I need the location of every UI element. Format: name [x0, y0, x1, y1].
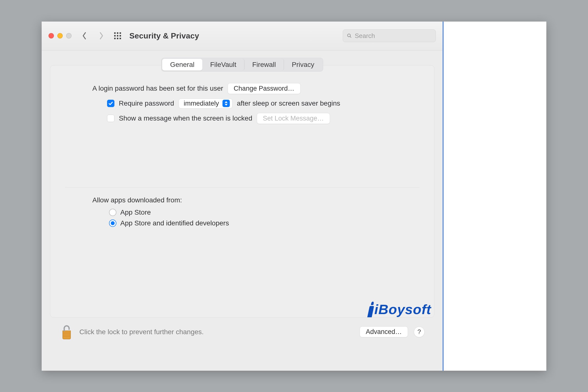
- zoom-window-button[interactable]: [66, 33, 72, 38]
- allow-apps-option-identified[interactable]: App Store and identified developers: [65, 219, 420, 227]
- require-password-row: Require password immediately after sleep…: [65, 98, 420, 108]
- window-body: General FileVault Firewall Privacy A log…: [42, 50, 443, 371]
- tab-firewall[interactable]: Firewall: [244, 59, 284, 70]
- preferences-window: Security & Privacy General FileVault Fir…: [42, 22, 444, 371]
- close-window-button[interactable]: [48, 33, 54, 38]
- tab-general[interactable]: General: [162, 59, 202, 70]
- lock-icon[interactable]: [60, 324, 74, 340]
- toolbar: Security & Privacy: [42, 22, 443, 50]
- lock-text: Click the lock to prevent further change…: [80, 328, 204, 336]
- radio-button[interactable]: [109, 220, 116, 227]
- search-input[interactable]: [355, 32, 432, 40]
- tab-privacy[interactable]: Privacy: [284, 59, 322, 70]
- tab-bar: General FileVault Firewall Privacy: [161, 58, 323, 72]
- show-all-icon[interactable]: [113, 31, 122, 40]
- general-panel: A login password has been set for this u…: [50, 65, 434, 318]
- forward-button[interactable]: [96, 30, 107, 42]
- help-button[interactable]: ?: [414, 326, 424, 337]
- window-controls: [48, 33, 72, 38]
- allow-apps-label: Allow apps downloaded from:: [65, 196, 420, 204]
- search-field[interactable]: [343, 30, 436, 42]
- require-password-select[interactable]: immediately: [178, 98, 232, 108]
- show-message-label: Show a message when the screen is locked: [119, 114, 252, 122]
- tab-filevault[interactable]: FileVault: [202, 59, 244, 70]
- login-password-row: A login password has been set for this u…: [65, 83, 420, 94]
- watermark: iBoysoft: [368, 301, 431, 317]
- svg-rect-1: [117, 32, 118, 34]
- minimize-window-button[interactable]: [57, 33, 63, 38]
- require-password-prefix: Require password: [119, 100, 174, 107]
- set-lock-message-button[interactable]: Set Lock Message…: [257, 113, 330, 124]
- require-password-suffix: after sleep or screen saver begins: [237, 100, 340, 107]
- allow-apps-option-appstore[interactable]: App Store: [65, 208, 420, 216]
- require-password-checkbox[interactable]: [107, 100, 114, 107]
- allow-apps-option-label: App Store and identified developers: [120, 219, 229, 227]
- change-password-button[interactable]: Change Password…: [228, 83, 300, 94]
- allow-apps-option-label: App Store: [120, 208, 151, 216]
- svg-rect-7: [117, 38, 118, 39]
- watermark-text: iBoysoft: [374, 301, 431, 317]
- stage: Security & Privacy General FileVault Fir…: [42, 22, 546, 371]
- watermark-icon: [367, 306, 374, 317]
- login-password-text: A login password has been set for this u…: [92, 84, 223, 92]
- show-message-row: Show a message when the screen is locked…: [65, 113, 420, 124]
- divider: [65, 187, 420, 188]
- svg-line-10: [350, 36, 351, 38]
- stepper-icon: [222, 100, 230, 107]
- window-title: Security & Privacy: [129, 31, 199, 40]
- svg-rect-4: [117, 35, 118, 36]
- svg-rect-3: [114, 35, 116, 36]
- svg-rect-6: [114, 38, 116, 39]
- advanced-button[interactable]: Advanced…: [360, 326, 408, 337]
- show-message-checkbox[interactable]: [107, 115, 114, 122]
- svg-point-9: [348, 34, 350, 37]
- radio-button[interactable]: [109, 209, 116, 216]
- require-password-select-value: immediately: [184, 100, 219, 107]
- svg-rect-5: [120, 35, 121, 36]
- svg-rect-8: [120, 38, 121, 39]
- footer: Click the lock to prevent further change…: [50, 318, 434, 343]
- svg-rect-2: [120, 32, 121, 34]
- back-button[interactable]: [79, 30, 90, 42]
- svg-rect-0: [114, 32, 116, 34]
